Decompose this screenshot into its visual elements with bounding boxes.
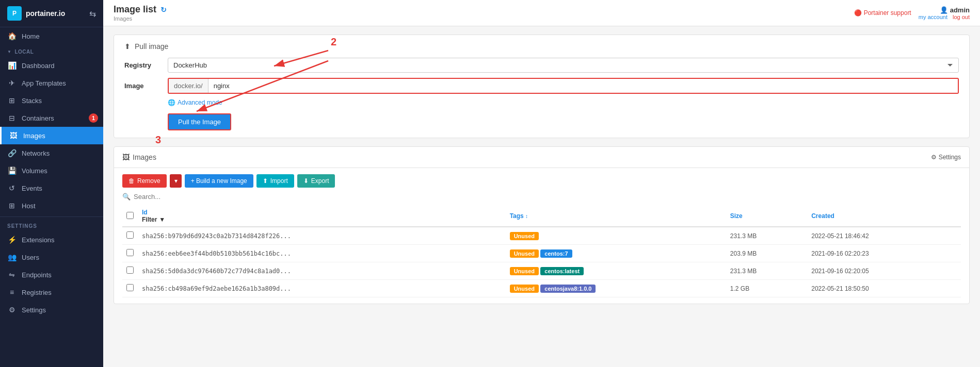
sidebar-item-dashboard[interactable]: 📊 Dashboard — [0, 57, 103, 74]
registry-select[interactable]: DockerHub — [168, 58, 959, 73]
images-settings-button[interactable]: ⚙ Settings — [931, 154, 961, 161]
content-area: ⬆ Pull image Registry DockerHub 2 Image … — [103, 26, 980, 367]
pull-image-body: ⬆ Pull image Registry DockerHub 2 Image … — [114, 35, 969, 138]
registry-label: Registry — [124, 61, 160, 69]
table-row: sha256:cb498a69ef9d2aebe1626a1b3a809d...… — [122, 280, 961, 297]
row-checkbox[interactable] — [126, 249, 134, 256]
unused-badge: Unused — [510, 267, 539, 275]
row-checkbox[interactable] — [126, 231, 134, 239]
table-row: sha256:eeb6ee3f44bd0b5103bb561b4c16bc...… — [122, 245, 961, 262]
sidebar-item-extensions[interactable]: ⚡ Extensions — [0, 231, 103, 248]
images-table: Id Filter ▼ Tags ↕ — [122, 206, 961, 297]
sidebar-item-home[interactable]: 🏠 Home — [0, 27, 103, 45]
sidebar-item-containers[interactable]: ⊟ Containers 1 — [0, 109, 103, 127]
image-id[interactable]: sha256:b97b9d6d9243c0a2b7314d8428f226... — [138, 227, 506, 245]
image-input[interactable] — [208, 79, 958, 93]
stacks-icon: ⊞ — [7, 96, 17, 105]
col-created-header[interactable]: Created — [807, 206, 961, 227]
image-size: 231.3 MB — [726, 227, 807, 245]
image-row: Image docker.io/ — [124, 78, 959, 94]
sidebar-item-label: Images — [23, 132, 45, 140]
annotation-2: 2 — [331, 36, 336, 48]
sidebar-item-volumes[interactable]: 💾 Volumes — [0, 162, 103, 179]
image-tags: Unused centosjava8:1.0.0 — [506, 280, 726, 297]
image-id[interactable]: sha256:5d0da3dc976460b72c77d94c8a1ad0... — [138, 262, 506, 280]
topbar-left: Image list ↻ Images — [114, 4, 167, 22]
sidebar-item-images[interactable]: 🖼 Images — [0, 127, 103, 144]
registry-row: Registry DockerHub 2 — [124, 58, 959, 73]
unused-badge: Unused — [510, 232, 539, 240]
build-image-button[interactable]: + Build a new Image — [185, 174, 253, 188]
sidebar-item-app-templates[interactable]: ✈ App Templates — [0, 74, 103, 92]
search-input[interactable] — [134, 193, 961, 201]
sidebar-item-label: Networks — [22, 149, 50, 157]
sidebar-item-label: Containers — [22, 114, 54, 122]
images-title-icon: 🖼 — [122, 153, 130, 161]
gear-icon: ⚙ — [931, 154, 937, 161]
image-label: Image — [124, 82, 160, 90]
image-size: 231.3 MB — [726, 262, 807, 280]
images-panel-header: 🖼 Images ⚙ Settings — [114, 147, 969, 168]
tag-badge: centos:7 — [540, 249, 572, 258]
pull-image-header: ⬆ Pull image — [124, 42, 959, 51]
sidebar-logo: P portainer.io ⇆ — [0, 0, 103, 27]
images-action-buttons: 🗑 Remove ▾ + Build a new Image ⬆ Import … — [122, 174, 961, 188]
image-created: 2021-09-16 02:20:05 — [807, 262, 961, 280]
row-checkbox[interactable] — [126, 284, 134, 291]
volumes-icon: 💾 — [7, 166, 17, 175]
image-id[interactable]: sha256:cb498a69ef9d2aebe1626a1b3a809d... — [138, 280, 506, 297]
main-content: Image list ↻ Images 🔴 Portainer support … — [103, 0, 980, 367]
sidebar-item-registries[interactable]: ≡ Registries — [0, 283, 103, 301]
image-input-group: docker.io/ — [168, 78, 959, 94]
trash-icon: 🗑 — [128, 177, 135, 185]
col-checkbox — [122, 206, 138, 227]
user-icon: 👤 — [940, 6, 948, 14]
sidebar-item-host[interactable]: ⊞ Host — [0, 197, 103, 214]
sidebar-item-label: Users — [22, 254, 39, 261]
sidebar-item-events[interactable]: ↺ Events — [0, 179, 103, 197]
sidebar-item-label: Registries — [22, 289, 52, 296]
refresh-icon[interactable]: ↻ — [160, 6, 167, 14]
sidebar-toggle-icon[interactable]: ⇆ — [89, 9, 96, 19]
remove-button[interactable]: 🗑 Remove — [122, 174, 167, 188]
sidebar-item-label: Endpoints — [22, 271, 52, 279]
settings-icon: ⚙ — [7, 306, 17, 314]
log-out-link[interactable]: log out — [953, 14, 970, 20]
images-icon: 🖼 — [9, 131, 18, 140]
advanced-mode-link[interactable]: 🌐 Advanced mode — [168, 99, 959, 106]
col-tags-header[interactable]: Tags ↕ — [506, 206, 726, 227]
sidebar-item-stacks[interactable]: ⊞ Stacks — [0, 92, 103, 109]
pull-button-container: Pull the Image 3 — [124, 113, 231, 130]
sidebar-item-networks[interactable]: 🔗 Networks — [0, 144, 103, 162]
sidebar-item-label: Home — [22, 32, 40, 40]
image-id[interactable]: sha256:eeb6ee3f44bd0b5103bb561b4c16bc... — [138, 245, 506, 262]
sidebar-logo-text: portainer.io — [26, 9, 65, 18]
sidebar-item-label: Stacks — [22, 97, 42, 105]
image-created: 2021-09-16 02:20:23 — [807, 245, 961, 262]
image-tags: Unused centos:7 — [506, 245, 726, 262]
export-button[interactable]: ⬇ Export — [297, 174, 335, 188]
networks-icon: 🔗 — [7, 149, 17, 157]
user-menu: 👤 admin my account log out — [919, 6, 970, 20]
sidebar-item-label: Volumes — [22, 167, 47, 175]
remove-dropdown-button[interactable]: ▾ — [170, 174, 182, 188]
import-icon: ⬆ — [263, 177, 268, 185]
pull-image-button[interactable]: Pull the Image — [168, 113, 231, 130]
image-size: 203.9 MB — [726, 245, 807, 262]
col-size-header[interactable]: Size — [726, 206, 807, 227]
images-panel-body: 🗑 Remove ▾ + Build a new Image ⬆ Import … — [114, 168, 969, 304]
settings-section-label: SETTINGS — [0, 219, 103, 231]
select-all-checkbox[interactable] — [126, 212, 134, 219]
col-id-header[interactable]: Id Filter ▼ — [138, 206, 506, 227]
sidebar-item-users[interactable]: 👥 Users — [0, 248, 103, 266]
app-templates-icon: ✈ — [7, 79, 17, 87]
sidebar-item-endpoints[interactable]: ⇋ Endpoints — [0, 266, 103, 283]
row-checkbox[interactable] — [126, 266, 134, 274]
page-breadcrumb: Images — [114, 15, 167, 22]
sidebar-item-settings[interactable]: ⚙ Settings — [0, 301, 103, 319]
user-label: 👤 admin — [940, 6, 970, 14]
topbar-right: 🔴 Portainer support 👤 admin my account l… — [854, 6, 970, 20]
my-account-link[interactable]: my account — [919, 14, 947, 20]
support-link[interactable]: 🔴 Portainer support — [854, 9, 911, 16]
import-button[interactable]: ⬆ Import — [256, 174, 294, 188]
